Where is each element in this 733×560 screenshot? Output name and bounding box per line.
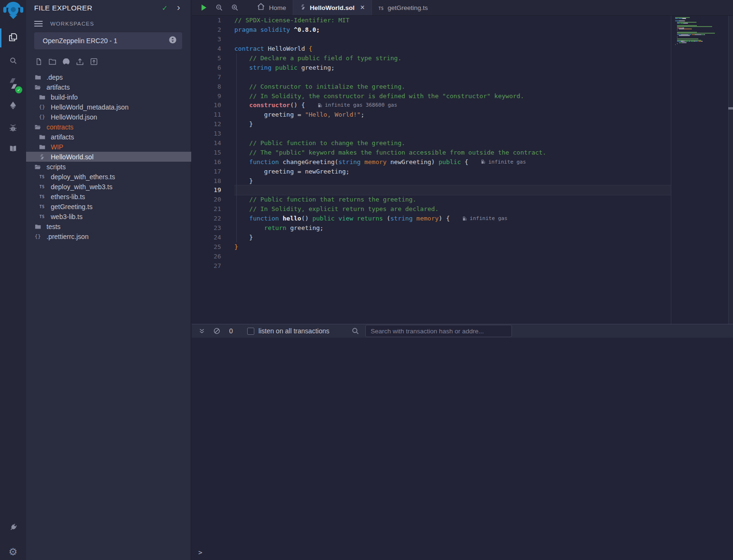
tree-item-ethers-lib-ts[interactable]: TSethers-lib.ts [26, 192, 191, 202]
tree-item-label: HelloWorld_metadata.json [51, 103, 129, 111]
tab-bar: HomeHelloWorld.sol×TSgetGreeting.ts [192, 0, 733, 16]
tree-item-label: web3-lib.ts [51, 213, 83, 220]
code-line-5[interactable]: 5 // Declare a public field of type stri… [192, 54, 733, 63]
line-content: // In Solidity, explicit return types ar… [234, 204, 671, 214]
sidebar-item-file-explorer[interactable] [0, 28, 26, 48]
sidebar-item-solidity-compiler[interactable]: ✓ [0, 73, 26, 94]
tree-item-label: getGreeting.ts [51, 203, 93, 211]
tree-item-helloworld-metadata-json[interactable]: {}HelloWorld_metadata.json [26, 102, 191, 112]
sidebar-item-plugin-manager[interactable] [0, 518, 26, 539]
code-line-27[interactable]: 27 [192, 261, 733, 270]
line-number: 12 [192, 120, 234, 128]
gas-estimate-badge: infinite gas 368600 gas [317, 102, 397, 108]
publish-gist-button[interactable] [75, 57, 84, 66]
sidebar-item-learneth[interactable] [0, 139, 26, 160]
tree-item-contracts[interactable]: contracts [26, 122, 191, 132]
workspaces-menu-icon[interactable] [34, 21, 43, 27]
workspace-select[interactable]: OpenZeppelin ERC20 - 1 [34, 32, 182, 49]
file-explorer-toolbar [34, 57, 98, 66]
tree-item-artifacts[interactable]: artifacts [26, 82, 191, 92]
tree-item-helloworld-sol[interactable]: HelloWorld.sol [26, 152, 191, 162]
tree-item-build-info[interactable]: build-info [26, 92, 191, 102]
code-line-24[interactable]: 24 } [192, 232, 733, 242]
code-editor[interactable]: 1// SPDX-License-Identifier: MIT2pragma … [192, 16, 733, 324]
remix-logo [0, 1, 26, 22]
tab-helloworld-sol[interactable]: HelloWorld.sol× [293, 0, 372, 15]
code-line-20[interactable]: 20 // Public function that returns the g… [192, 195, 733, 204]
github-clone-button[interactable] [62, 57, 71, 66]
toggle-terminal-icon[interactable] [198, 328, 205, 335]
tab-home[interactable]: Home [250, 0, 293, 15]
code-line-10[interactable]: 10 constructor() {infinite gas 368600 ga… [192, 101, 733, 110]
code-line-1[interactable]: 1// SPDX-License-Identifier: MIT [192, 16, 733, 25]
tree-item-deps[interactable]: .deps [26, 72, 191, 82]
tree-item-label: deploy_with_web3.ts [51, 183, 112, 191]
tree-item-label: contracts [46, 123, 74, 131]
zoom-in-button[interactable] [227, 0, 242, 15]
code-line-17[interactable]: 17 greeting = newGreeting; [192, 166, 733, 176]
tree-item-wip[interactable]: WIP [26, 142, 191, 152]
tree-item-prettierrc-json[interactable]: {}.prettierrc.json [26, 231, 191, 241]
tree-item-label: ethers-lib.ts [51, 193, 85, 201]
code-line-12[interactable]: 12 } [192, 119, 733, 129]
code-line-3[interactable]: 3 [192, 35, 733, 44]
minimap[interactable] [671, 16, 729, 324]
run-script-button[interactable] [195, 0, 211, 15]
remix-logo-icon [2, 0, 24, 24]
code-line-19[interactable]: 19 [192, 185, 733, 195]
code-line-26[interactable]: 26 [192, 251, 733, 261]
terminal-search-input[interactable] [365, 325, 512, 337]
code-line-9[interactable]: 9 // In Solidity, the constructor is def… [192, 91, 733, 101]
book-icon [8, 145, 18, 155]
code-line-15[interactable]: 15 // The "public" keyword makes the fun… [192, 147, 733, 157]
terminal-output[interactable]: > [192, 338, 733, 560]
bug-icon [9, 124, 18, 135]
line-number: 5 [192, 55, 234, 62]
code-line-21[interactable]: 21 // In Solidity, explicit return types… [192, 204, 733, 214]
clear-console-icon[interactable] [213, 327, 221, 335]
listen-transactions-checkbox[interactable] [247, 328, 254, 335]
tree-item-getgreeting-ts[interactable]: TSgetGreeting.ts [26, 202, 191, 211]
code-line-6[interactable]: 6 string public greeting; [192, 63, 733, 72]
line-number: 10 [192, 101, 234, 109]
code-line-2[interactable]: 2pragma solidity ^0.8.0; [192, 25, 733, 35]
code-line-25[interactable]: 25} [192, 242, 733, 251]
code-line-7[interactable]: 7 [192, 72, 733, 82]
load-local-file-button[interactable] [89, 57, 98, 66]
tree-item-helloworld-json[interactable]: {}HelloWorld.json [26, 112, 191, 122]
tree-item-tests[interactable]: tests [26, 221, 191, 231]
zoom-out-button[interactable] [211, 0, 227, 15]
code-line-22[interactable]: 22 function hello() public view returns … [192, 214, 733, 223]
sidebar-item-settings[interactable]: ⚙ [0, 541, 26, 560]
code-line-8[interactable]: 8 // Constructor to initialize the greet… [192, 82, 733, 91]
code-line-23[interactable]: 23 return greeting; [192, 223, 733, 233]
tab-getgreeting-ts[interactable]: TSgetGreeting.ts [372, 0, 435, 15]
tree-item-web3-lib-ts[interactable]: TSweb3-lib.ts [26, 211, 191, 221]
sidebar-item-deploy-run[interactable] [0, 96, 26, 117]
code-line-18[interactable]: 18 } [192, 176, 733, 185]
line-content [234, 35, 671, 44]
code-line-16[interactable]: 16 function changeGreeting(string memory… [192, 157, 733, 166]
line-number: 7 [192, 73, 234, 81]
code-line-14[interactable]: 14 // Public function to change the gree… [192, 138, 733, 148]
chevron-right-icon[interactable]: › [177, 2, 180, 13]
tree-item-deploy-with-ethers-ts[interactable]: TSdeploy_with_ethers.ts [26, 172, 191, 182]
create-file-button[interactable] [34, 57, 43, 66]
line-number: 13 [192, 130, 234, 137]
tree-item-scripts[interactable]: scripts [26, 162, 191, 172]
create-folder-button[interactable] [48, 57, 57, 66]
line-content [234, 261, 671, 270]
compiler-success-badge: ✓ [15, 86, 22, 93]
editor-scrollbar[interactable] [728, 16, 733, 324]
code-line-11[interactable]: 11 greeting = "Hello, World!"; [192, 110, 733, 119]
sidebar-item-search[interactable] [0, 51, 26, 72]
tree-item-deploy-with-web3-ts[interactable]: TSdeploy_with_web3.ts [26, 182, 191, 192]
line-content: // In Solidity, the constructor is defin… [234, 91, 671, 101]
sidebar-item-debugger[interactable] [0, 119, 26, 139]
line-number: 25 [192, 243, 234, 250]
close-tab-icon[interactable]: × [360, 3, 364, 12]
json-icon: {} [34, 233, 42, 239]
code-line-13[interactable]: 13 [192, 129, 733, 138]
tree-item-artifacts[interactable]: artifacts [26, 132, 191, 142]
code-line-4[interactable]: 4contract HelloWorld { [192, 44, 733, 54]
